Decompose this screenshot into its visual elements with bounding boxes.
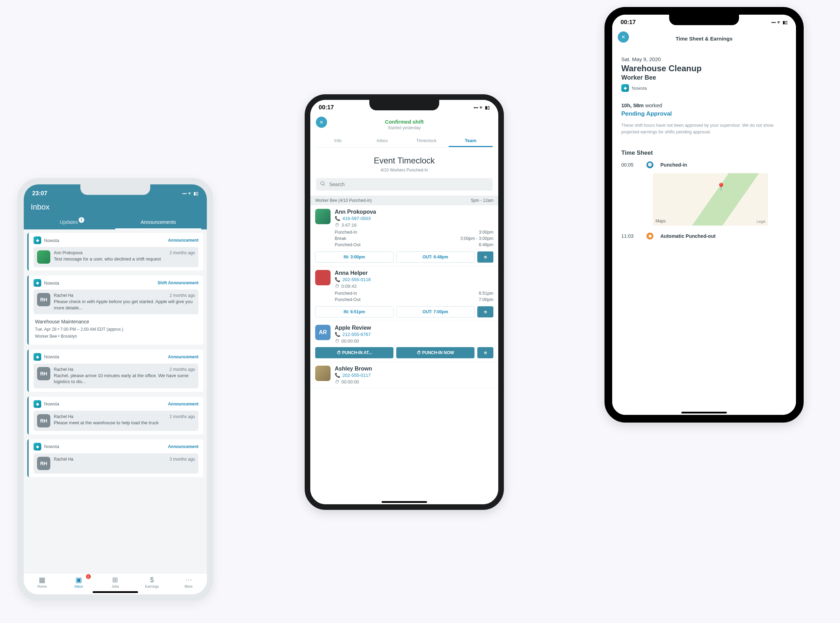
home-indicator[interactable] [382,501,427,503]
avatar: RH [37,367,50,380]
clock-icon: 🕐 [646,161,654,168]
phone-icon: 📞 [335,373,340,378]
avatar: RH [37,293,50,306]
notch [80,184,150,195]
action-button[interactable]: ⎋ [477,306,493,318]
nav-label: Earnings [134,585,170,588]
worker-row: Anna Helper 📞202-555-0118 ⏱0:08:43 Punch… [310,267,498,321]
sender-time: 2 months ago [169,414,195,419]
nav-inbox[interactable]: ▣1 Inbox [60,575,97,588]
close-button[interactable]: ✕ [618,31,629,43]
more-icon: ⋯ [170,575,207,584]
section-time: 5pm - 12am [471,198,493,203]
nav-home[interactable]: ▦ Home [24,575,60,588]
sender-name: Ann Prokopova [54,250,83,255]
message-text: Test message for a user, who declined a … [54,256,195,262]
message-text: Please check in with Apple before you ge… [54,299,195,311]
updates-badge: 1 [78,217,84,223]
inbox-tabs: Updates 1 Announcements [29,216,201,229]
punch-value: 3:00pm - 3:00pm [460,236,494,241]
timesheet-body[interactable]: Sat. May 9, 2020 Warehouse Cleanup Worke… [612,46,796,410]
punch-value: 7:00pm [479,297,493,302]
shift-header: ✕ Confirmed shift Started yesterday Info… [310,115,498,147]
job-title: Warehouse Cleanup [621,64,787,73]
close-icon: ✕ [319,120,323,125]
announcement-card[interactable]: ◆Nowsta Shift Announcement RH Rachel Ha2… [27,276,203,345]
company-row: ◆ Nowsta [621,84,787,92]
shift-date: Sat. May 9, 2020 [621,56,787,62]
inbox-list[interactable]: ◆Nowsta Announcement Ann Prokopova2 mont… [24,229,207,573]
app-icon: ◆ [34,353,41,361]
worker-row: Ashley Brown 📞202-555-0117 ⏱00:00:00 [310,362,498,388]
inbox-icon: ▣1 [60,575,97,584]
clock-icon: ⏱ [337,350,341,355]
app-icon: ◆ [34,443,41,451]
nav-earnings[interactable]: $ Earnings [134,575,170,588]
announcement-card[interactable]: ◆Nowsta Announcement RH Rachel Ha2 month… [27,350,203,392]
avatar: RH [37,457,50,470]
worker-phone[interactable]: 📞202-555-0118 [335,277,493,282]
worker-timer: ⏱0:08:43 [335,284,493,289]
avatar [315,366,331,381]
worker-row: Ann Prokopova 📞416-597-0503 ⏱3:47:16 Pun… [310,205,498,267]
punch-in-now-button[interactable]: ⏱ PUNCH-IN NOW [396,347,474,358]
status-time: 00:17 [620,19,635,26]
app-icon: ◆ [34,236,41,244]
announcement-card[interactable]: ◆Nowsta Announcement Ann Prokopova2 mont… [27,233,203,271]
page-title: Time Sheet & Earnings [618,34,791,46]
tab-announcements[interactable]: Announcements [115,216,201,229]
close-button[interactable]: ✕ [316,117,327,128]
map-preview[interactable]: 📍 Maps Legal [653,173,768,226]
punch-value: 6:48pm [479,242,493,247]
sender-name: Rachel Ha [54,293,73,298]
out-time-button[interactable]: OUT: 7:00pm [396,306,474,318]
worker-phone[interactable]: 📞416-597-0503 [335,216,493,221]
punched-count: 4/10 Workers Punched-In [310,167,498,172]
punch-in-at-button[interactable]: ⏱ PUNCH-IN AT... [315,347,394,358]
entry-label: Punched-in [660,162,687,167]
svg-line-1 [323,184,325,186]
announcement-card[interactable]: ◆Nowsta Announcement RH Rachel Ha2 month… [27,397,203,434]
tab-info[interactable]: Info [316,135,360,147]
role-section-header: Worker Bee (4/10 Punched-in) 5pm - 12am [310,196,498,205]
worker-list[interactable]: Ann Prokopova 📞416-597-0503 ⏱3:47:16 Pun… [310,205,498,499]
phone-icon: 📞 [335,332,340,337]
timesheet-section-title: Time Sheet [621,149,787,157]
tab-updates[interactable]: Updates 1 [29,216,115,229]
worker-name: Ashley Brown [335,366,493,372]
action-button[interactable]: ⎋ [477,347,493,358]
tab-inbox[interactable]: Inbox [360,135,405,147]
shift-meta: Warehouse Maintenance Tue. Apr 28 • 7:00… [34,314,198,341]
announcement-card[interactable]: ◆Nowsta Announcement RH Rachel Ha3 month… [27,439,203,477]
tab-team[interactable]: Team [449,135,493,147]
role-title: Worker Bee [621,74,787,81]
worker-phone[interactable]: 📞212-555-6767 [335,332,493,337]
home-indicator[interactable] [682,412,727,413]
avatar [315,209,331,224]
punch-label: Break [335,236,346,241]
avatar: RH [37,414,50,427]
out-time-button[interactable]: OUT: 6:48pm [396,252,474,262]
worker-phone[interactable]: 📞202-555-0117 [335,373,493,378]
phone-inbox: 23:07 ▪▪▪ ᯤ ▮▯ Inbox Updates 1 Announcem… [17,178,213,601]
sender-time: 3 months ago [169,457,195,462]
action-button[interactable]: ⎋ [477,252,493,262]
in-time-button[interactable]: IN: 3:00pm [315,252,394,262]
worker-row: AR Apple Review 📞212-555-6767 ⏱00:00:00 … [310,321,498,362]
search-input[interactable] [329,182,488,187]
home-icon: ▦ [24,575,60,584]
search-box[interactable] [316,178,493,191]
home-indicator[interactable] [92,591,138,593]
nav-jobs[interactable]: ⊞ Jobs [97,575,134,588]
close-icon: ✕ [621,34,625,40]
bottom-nav: ▦ Home ▣1 Inbox ⊞ Jobs $ Earnings ⋯ More [24,573,207,589]
timeclock-body: Event Timeclock 4/10 Workers Punched-In … [310,147,498,499]
nav-more[interactable]: ⋯ More [170,575,207,588]
punch-label: Punched-Out [335,297,361,302]
in-time-button[interactable]: IN: 6:51pm [315,306,394,318]
sender-time: 2 months ago [169,250,195,255]
shift-time: Tue. Apr 28 • 7:00 PM – 2:00 AM EDT (app… [35,326,197,333]
map-bg [653,173,768,226]
punch-label: Punched-In [335,230,357,235]
tab-timeclock[interactable]: Timeclock [404,135,449,147]
